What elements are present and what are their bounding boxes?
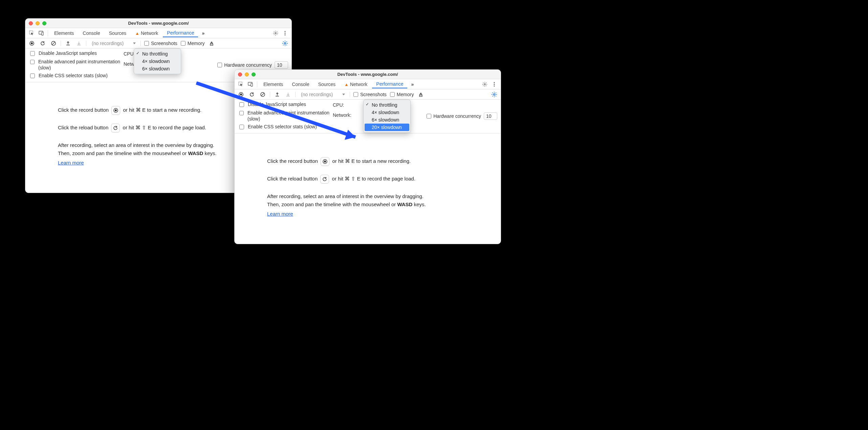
perf-toolbar: (no recordings) Screenshots Memory [235,89,501,100]
devtools-window-after: DevTools - www.google.com/ Elements Cons… [234,69,501,244]
reload-icon[interactable] [39,40,46,47]
svg-rect-17 [251,83,253,86]
record-icon[interactable] [237,91,245,98]
svg-point-21 [494,85,495,86]
instructions: Click the record button or hit ⌘ E to st… [235,133,501,244]
capture-settings: Disable JavaScript samples Enable advanc… [235,100,501,133]
upload-icon[interactable] [64,40,72,47]
tab-performance[interactable]: Performance [372,80,407,88]
cpu-throttling-dropdown[interactable]: No throttling 4× slowdown 6× slowdown [134,48,181,74]
main-tabs: Elements Console Sources ▲Network Perfor… [25,28,291,38]
disable-js-checkbox[interactable]: Disable JavaScript samples [29,50,124,57]
disable-js-checkbox[interactable]: Disable JavaScript samples [238,102,333,108]
svg-point-23 [240,93,242,95]
svg-point-14 [115,109,117,111]
advanced-paint-checkbox[interactable]: Enable advanced paint instrumentation (s… [238,110,333,122]
settings-gear-icon[interactable] [271,29,280,38]
hw-concurrency-input[interactable]: 10 [484,112,497,120]
gc-icon[interactable] [417,91,425,98]
svg-point-20 [494,84,495,85]
tab-elements[interactable]: Elements [259,80,287,88]
cpu-option-20x[interactable]: 20× slowdown [365,124,409,131]
css-selector-checkbox[interactable]: Enable CSS selector stats (slow) [29,73,124,79]
hw-concurrency-checkbox[interactable]: Hardware concurrency [217,62,272,68]
svg-point-27 [494,93,495,95]
svg-line-25 [261,93,264,96]
record-button[interactable] [111,106,120,115]
css-selector-checkbox[interactable]: Enable CSS selector stats (slow) [238,124,333,130]
tab-console[interactable]: Console [288,80,313,88]
reload-icon[interactable] [248,91,256,98]
warning-icon: ▲ [135,31,139,36]
tab-elements[interactable]: Elements [50,29,78,37]
device-toggle-icon[interactable] [246,80,255,89]
svg-point-8 [31,42,33,44]
perf-toolbar: (no recordings) Screenshots Memory [25,38,291,48]
svg-point-6 [284,34,285,35]
svg-point-12 [284,42,286,44]
cpu-option-no-throttling[interactable]: No throttling [364,101,410,109]
kebab-menu-icon[interactable] [281,29,289,38]
svg-point-18 [484,84,485,85]
cpu-option-no-throttling[interactable]: No throttling [134,50,181,58]
svg-point-19 [494,82,495,83]
advanced-paint-checkbox[interactable]: Enable advanced paint instrumentation (s… [29,59,124,71]
svg-point-3 [275,33,276,34]
learn-more-link[interactable]: Learn more [58,159,84,167]
record-icon[interactable] [28,40,36,47]
inspect-icon[interactable] [237,80,245,89]
more-tabs-icon[interactable]: » [408,80,417,89]
reload-button[interactable] [320,175,329,184]
svg-point-5 [284,33,285,34]
screenshots-checkbox[interactable]: Screenshots [144,41,177,46]
clear-icon[interactable] [259,91,266,98]
network-label: Network: [333,112,351,118]
svg-point-29 [324,160,326,163]
svg-point-4 [284,31,285,32]
device-toggle-icon[interactable] [37,29,46,38]
cpu-option-6x[interactable]: 6× slowdown [364,116,410,124]
capture-settings-gear-icon[interactable] [281,40,289,47]
svg-rect-2 [42,32,43,35]
gc-icon[interactable] [208,40,215,47]
recordings-select[interactable]: (no recordings) [299,91,346,98]
hw-concurrency-input[interactable]: 10 [275,61,288,69]
cpu-option-4x[interactable]: 4× slowdown [134,58,181,65]
kebab-menu-icon[interactable] [490,80,499,89]
memory-checkbox[interactable]: Memory [181,41,205,46]
settings-gear-icon[interactable] [480,80,489,89]
svg-rect-11 [210,44,213,45]
warning-icon: ▲ [344,82,349,87]
titlebar: DevTools - www.google.com/ [235,70,501,79]
hw-concurrency-checkbox[interactable]: Hardware concurrency [427,113,481,119]
more-tabs-icon[interactable]: » [199,29,208,38]
tab-console[interactable]: Console [79,29,104,37]
clear-icon[interactable] [50,40,57,47]
svg-rect-26 [419,95,422,96]
learn-more-link[interactable]: Learn more [267,210,293,218]
tab-sources[interactable]: Sources [105,29,130,37]
download-icon[interactable] [284,91,292,98]
recordings-select[interactable]: (no recordings) [90,40,137,47]
window-title: DevTools - www.google.com/ [25,21,291,26]
cpu-option-4x[interactable]: 4× slowdown [364,109,410,116]
capture-settings-gear-icon[interactable] [491,91,498,98]
svg-line-10 [52,42,55,45]
inspect-icon[interactable] [27,29,36,38]
reload-button[interactable] [111,124,120,132]
tab-network[interactable]: ▲Network [340,80,371,88]
tab-sources[interactable]: Sources [314,80,340,88]
cpu-label: CPU: [333,102,351,108]
upload-icon[interactable] [274,91,281,98]
download-icon[interactable] [75,40,83,47]
screenshots-checkbox[interactable]: Screenshots [353,92,387,97]
main-tabs: Elements Console Sources ▲Network Perfor… [235,79,501,89]
tab-network[interactable]: ▲Network [131,29,162,37]
tab-performance[interactable]: Performance [163,29,198,37]
cpu-throttling-dropdown[interactable]: No throttling 4× slowdown 6× slowdown 20… [363,100,411,133]
record-button[interactable] [321,157,329,166]
cpu-option-6x[interactable]: 6× slowdown [134,65,181,72]
titlebar: DevTools - www.google.com/ [25,19,291,28]
memory-checkbox[interactable]: Memory [390,92,414,97]
window-title: DevTools - www.google.com/ [235,72,501,77]
